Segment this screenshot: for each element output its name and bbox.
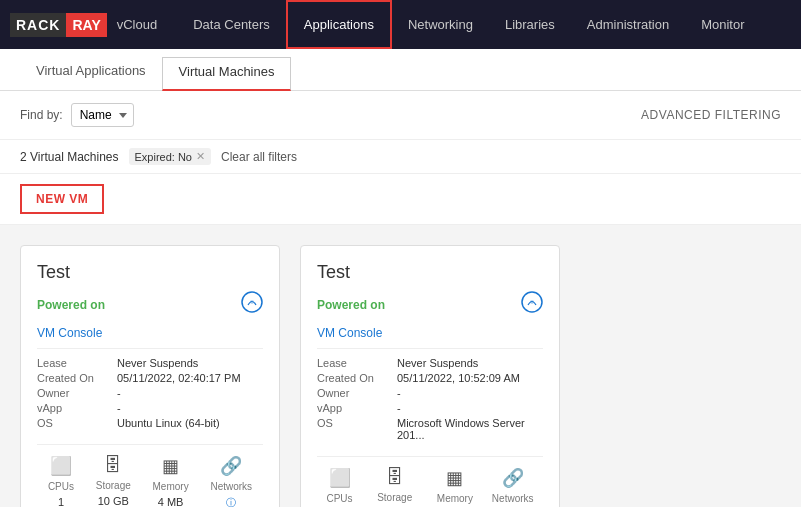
cpu-label-2: CPUs	[326, 493, 352, 504]
nav-item-datacenters[interactable]: Data Centers	[177, 0, 286, 49]
created-value-2: 05/11/2022, 10:52:09 AM	[397, 372, 543, 384]
logo-ray: RAY	[66, 13, 106, 37]
network-resource-1: 🔗 Networks ⓘ	[210, 455, 252, 507]
owner-label-2: Owner	[317, 387, 397, 399]
storage-label-1: Storage	[96, 480, 131, 491]
storage-resource-1: 🗄 Storage 10 GB ⓘ	[96, 455, 131, 507]
created-value-1: 05/11/2022, 02:40:17 PM	[117, 372, 263, 384]
svg-point-3	[530, 300, 534, 304]
filter-bar: Find by: Name ADVANCED FILTERING	[0, 91, 801, 140]
nav-item-applications[interactable]: Applications	[286, 0, 392, 49]
cpu-icon-2: ⬜	[329, 467, 351, 489]
clear-filters-button[interactable]: Clear all filters	[221, 150, 297, 164]
memory-resource-2: ▦ Memory 1 GB	[437, 467, 473, 507]
vm-card-2-status-row: Powered on	[317, 291, 543, 318]
vm-card-1-details: Lease Never Suspends Created On 05/11/20…	[37, 348, 263, 432]
nav-item-monitor[interactable]: Monitor	[685, 0, 760, 49]
vapp-label-2: vApp	[317, 402, 397, 414]
filter-tag-label: Expired: No	[135, 151, 192, 163]
lease-value-2: Never Suspends	[397, 357, 543, 369]
lease-label-2: Lease	[317, 357, 397, 369]
new-vm-button[interactable]: NEW VM	[20, 184, 104, 214]
memory-resource-1: ▦ Memory 4 MB	[153, 455, 189, 507]
os-value-1: Ubuntu Linux (64-bit)	[117, 417, 263, 429]
memory-value-1: 4 MB	[158, 496, 184, 507]
vm-card-1-console-icon	[241, 291, 263, 318]
action-bar: NEW VM	[0, 174, 801, 225]
vapp-value-2: -	[397, 402, 543, 414]
nav-item-administration[interactable]: Administration	[571, 0, 685, 49]
vapp-value-1: -	[117, 402, 263, 414]
network-resource-2: 🔗 Networks ⓘ	[492, 467, 534, 507]
storage-label-2: Storage	[377, 492, 412, 503]
logo-vcloud: vCloud	[117, 17, 157, 32]
cards-container: Test Powered on VM Console Lease Never S…	[0, 225, 801, 507]
vm-card-2-console-link[interactable]: VM Console	[317, 326, 543, 340]
vm-card-1-status: Powered on	[37, 298, 105, 312]
vm-card-1-status-row: Powered on	[37, 291, 263, 318]
vm-card-2-status: Powered on	[317, 298, 385, 312]
vm-card-2-title: Test	[317, 262, 543, 283]
vm-card-2: Test Powered on VM Console Lease Never S…	[300, 245, 560, 507]
cpu-icon-1: ⬜	[50, 455, 72, 477]
vm-card-2-resources: ⬜ CPUs 1 🗄 Storage 20.53 GB ⓘ ▦ Memory 1…	[317, 456, 543, 507]
storage-icon-1: 🗄	[104, 455, 122, 476]
vapp-label-1: vApp	[37, 402, 117, 414]
lease-label-1: Lease	[37, 357, 117, 369]
vm-card-1-resources: ⬜ CPUs 1 🗄 Storage 10 GB ⓘ ▦ Memory 4 MB…	[37, 444, 263, 507]
nav-item-networking[interactable]: Networking	[392, 0, 489, 49]
memory-icon-2: ▦	[446, 467, 463, 489]
created-label-2: Created On	[317, 372, 397, 384]
find-by-select[interactable]: Name	[71, 103, 134, 127]
cpu-label-1: CPUs	[48, 481, 74, 492]
cpu-resource-1: ⬜ CPUs 1	[48, 455, 74, 507]
vm-card-1-console-link[interactable]: VM Console	[37, 326, 263, 340]
os-label-2: OS	[317, 417, 397, 441]
cpu-value-1: 1	[58, 496, 64, 507]
network-label-2: Networks	[492, 493, 534, 504]
network-icon-1: 🔗	[220, 455, 242, 477]
tab-virtual-applications[interactable]: Virtual Applications	[20, 63, 162, 90]
storage-value-1: 10 GB	[98, 495, 129, 507]
advanced-filtering-button[interactable]: ADVANCED FILTERING	[641, 108, 781, 122]
results-count: 2 Virtual Machines	[20, 150, 119, 164]
nav-item-libraries[interactable]: Libraries	[489, 0, 571, 49]
nav-items: Data Centers Applications Networking Lib…	[177, 0, 760, 49]
lease-value-1: Never Suspends	[117, 357, 263, 369]
vm-card-2-details: Lease Never Suspends Created On 05/11/20…	[317, 348, 543, 444]
top-navigation: RACKRAY vCloud Data Centers Applications…	[0, 0, 801, 49]
tab-virtual-machines[interactable]: Virtual Machines	[162, 57, 292, 91]
vm-card-2-console-icon	[521, 291, 543, 318]
network-icon-2: 🔗	[502, 467, 524, 489]
vm-card-1: Test Powered on VM Console Lease Never S…	[20, 245, 280, 507]
memory-label-1: Memory	[153, 481, 189, 492]
filter-tag-close[interactable]: ✕	[196, 150, 205, 163]
logo: RACKRAY vCloud	[10, 13, 157, 37]
memory-label-2: Memory	[437, 493, 473, 504]
filter-left: Find by: Name	[20, 103, 134, 127]
sub-navigation: Virtual Applications Virtual Machines	[0, 49, 801, 91]
storage-resource-2: 🗄 Storage 20.53 GB ⓘ	[371, 467, 417, 507]
find-by-label: Find by:	[20, 108, 63, 122]
os-value-2: Microsoft Windows Server 201...	[397, 417, 543, 441]
vm-card-1-title: Test	[37, 262, 263, 283]
cpu-resource-2: ⬜ CPUs 1	[326, 467, 352, 507]
logo-rack: RACK	[10, 13, 66, 37]
memory-icon-1: ▦	[162, 455, 179, 477]
filter-tag-expired: Expired: No ✕	[129, 148, 211, 165]
results-bar: 2 Virtual Machines Expired: No ✕ Clear a…	[0, 140, 801, 174]
storage-icon-2: 🗄	[386, 467, 404, 488]
os-label-1: OS	[37, 417, 117, 429]
network-label-1: Networks	[210, 481, 252, 492]
created-label-1: Created On	[37, 372, 117, 384]
network-info-icon-1[interactable]: ⓘ	[226, 496, 236, 507]
svg-point-1	[250, 300, 254, 304]
owner-label-1: Owner	[37, 387, 117, 399]
owner-value-2: -	[397, 387, 543, 399]
owner-value-1: -	[117, 387, 263, 399]
